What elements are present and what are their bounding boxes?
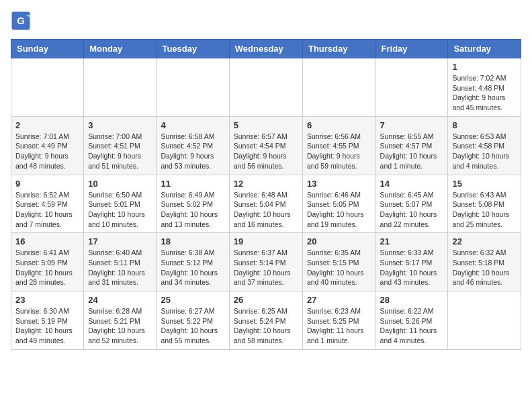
calendar-cell: 15Sunrise: 6:43 AM Sunset: 5:08 PM Dayli… <box>448 175 521 233</box>
day-number: 26 <box>234 295 298 305</box>
day-info: Sunrise: 6:35 AM Sunset: 5:15 PM Dayligh… <box>307 248 371 287</box>
day-number: 12 <box>234 179 298 189</box>
calendar-cell: 24Sunrise: 6:28 AM Sunset: 5:21 PM Dayli… <box>84 291 157 350</box>
calendar-cell: 19Sunrise: 6:37 AM Sunset: 5:14 PM Dayli… <box>229 233 302 291</box>
logo-icon: G <box>11 11 31 31</box>
day-info: Sunrise: 6:25 AM Sunset: 5:24 PM Dayligh… <box>234 306 298 346</box>
weekday-header: Sunday <box>11 40 84 58</box>
calendar-cell: 18Sunrise: 6:38 AM Sunset: 5:12 PM Dayli… <box>157 233 229 291</box>
day-number: 2 <box>15 120 79 130</box>
calendar-cell: 26Sunrise: 6:25 AM Sunset: 5:24 PM Dayli… <box>229 291 302 350</box>
calendar-cell <box>11 58 84 117</box>
day-info: Sunrise: 6:40 AM Sunset: 5:11 PM Dayligh… <box>88 248 152 287</box>
day-number: 24 <box>88 295 152 305</box>
day-number: 9 <box>15 179 79 189</box>
calendar-cell <box>229 58 302 117</box>
calendar-cell: 16Sunrise: 6:41 AM Sunset: 5:09 PM Dayli… <box>11 233 84 291</box>
calendar-cell: 6Sunrise: 6:56 AM Sunset: 4:55 PM Daylig… <box>302 116 375 175</box>
calendar-cell: 27Sunrise: 6:23 AM Sunset: 5:25 PM Dayli… <box>302 291 375 350</box>
day-number: 7 <box>380 120 444 130</box>
day-number: 6 <box>307 120 371 130</box>
calendar-cell <box>157 58 229 117</box>
weekday-header: Wednesday <box>229 40 302 58</box>
day-info: Sunrise: 6:53 AM Sunset: 4:58 PM Dayligh… <box>452 132 517 171</box>
calendar-cell <box>302 58 375 117</box>
calendar-cell: 12Sunrise: 6:48 AM Sunset: 5:04 PM Dayli… <box>229 175 302 233</box>
calendar-cell: 21Sunrise: 6:33 AM Sunset: 5:17 PM Dayli… <box>375 233 448 291</box>
calendar-table: SundayMondayTuesdayWednesdayThursdayFrid… <box>11 39 521 350</box>
day-info: Sunrise: 6:58 AM Sunset: 4:52 PM Dayligh… <box>161 132 224 171</box>
day-number: 27 <box>307 295 371 305</box>
day-info: Sunrise: 6:46 AM Sunset: 5:05 PM Dayligh… <box>307 190 371 230</box>
svg-text:G: G <box>17 15 25 26</box>
calendar-cell: 5Sunrise: 6:57 AM Sunset: 4:54 PM Daylig… <box>229 116 302 175</box>
calendar-week-row: 23Sunrise: 6:30 AM Sunset: 5:19 PM Dayli… <box>11 291 521 350</box>
weekday-header: Thursday <box>302 40 375 58</box>
day-info: Sunrise: 6:49 AM Sunset: 5:02 PM Dayligh… <box>161 190 224 230</box>
day-number: 28 <box>380 295 444 305</box>
calendar-cell: 1Sunrise: 7:02 AM Sunset: 4:48 PM Daylig… <box>448 58 521 117</box>
day-number: 5 <box>234 120 298 130</box>
day-info: Sunrise: 6:38 AM Sunset: 5:12 PM Dayligh… <box>161 248 224 287</box>
day-info: Sunrise: 6:22 AM Sunset: 5:26 PM Dayligh… <box>380 306 444 346</box>
day-info: Sunrise: 7:02 AM Sunset: 4:48 PM Dayligh… <box>452 73 517 113</box>
day-info: Sunrise: 6:28 AM Sunset: 5:21 PM Dayligh… <box>88 306 152 346</box>
calendar-week-row: 2Sunrise: 7:01 AM Sunset: 4:49 PM Daylig… <box>11 116 521 175</box>
day-number: 23 <box>15 295 79 305</box>
weekday-header: Saturday <box>448 40 521 58</box>
day-info: Sunrise: 6:45 AM Sunset: 5:07 PM Dayligh… <box>380 190 444 230</box>
day-number: 17 <box>88 236 152 246</box>
day-number: 14 <box>380 179 444 189</box>
calendar-cell: 11Sunrise: 6:49 AM Sunset: 5:02 PM Dayli… <box>157 175 229 233</box>
calendar-header-row: SundayMondayTuesdayWednesdayThursdayFrid… <box>11 40 521 58</box>
calendar-week-row: 16Sunrise: 6:41 AM Sunset: 5:09 PM Dayli… <box>11 233 521 291</box>
day-info: Sunrise: 6:55 AM Sunset: 4:57 PM Dayligh… <box>380 132 444 171</box>
day-number: 19 <box>234 236 298 246</box>
day-number: 21 <box>380 236 444 246</box>
calendar-cell: 14Sunrise: 6:45 AM Sunset: 5:07 PM Dayli… <box>375 175 448 233</box>
day-info: Sunrise: 6:50 AM Sunset: 5:01 PM Dayligh… <box>88 190 152 230</box>
day-info: Sunrise: 6:32 AM Sunset: 5:18 PM Dayligh… <box>452 248 517 287</box>
calendar-cell: 8Sunrise: 6:53 AM Sunset: 4:58 PM Daylig… <box>448 116 521 175</box>
day-info: Sunrise: 6:57 AM Sunset: 4:54 PM Dayligh… <box>234 132 298 171</box>
calendar-cell <box>84 58 157 117</box>
day-number: 20 <box>307 236 371 246</box>
day-info: Sunrise: 6:33 AM Sunset: 5:17 PM Dayligh… <box>380 248 444 287</box>
calendar-cell: 25Sunrise: 6:27 AM Sunset: 5:22 PM Dayli… <box>157 291 229 350</box>
day-info: Sunrise: 6:52 AM Sunset: 4:59 PM Dayligh… <box>15 190 79 230</box>
day-number: 16 <box>15 236 79 246</box>
day-info: Sunrise: 6:37 AM Sunset: 5:14 PM Dayligh… <box>234 248 298 287</box>
day-info: Sunrise: 6:30 AM Sunset: 5:19 PM Dayligh… <box>15 306 79 346</box>
day-info: Sunrise: 6:41 AM Sunset: 5:09 PM Dayligh… <box>15 248 79 287</box>
day-info: Sunrise: 6:43 AM Sunset: 5:08 PM Dayligh… <box>452 190 517 230</box>
day-info: Sunrise: 6:56 AM Sunset: 4:55 PM Dayligh… <box>307 132 371 171</box>
day-info: Sunrise: 6:27 AM Sunset: 5:22 PM Dayligh… <box>161 306 224 346</box>
day-info: Sunrise: 6:23 AM Sunset: 5:25 PM Dayligh… <box>307 306 371 346</box>
page-header: G <box>11 11 521 31</box>
day-info: Sunrise: 7:00 AM Sunset: 4:51 PM Dayligh… <box>88 132 152 171</box>
logo: G <box>11 11 34 31</box>
day-number: 10 <box>88 179 152 189</box>
calendar-cell <box>375 58 448 117</box>
day-number: 1 <box>452 62 517 72</box>
calendar-week-row: 1Sunrise: 7:02 AM Sunset: 4:48 PM Daylig… <box>11 58 521 117</box>
day-number: 4 <box>161 120 224 130</box>
calendar-cell: 28Sunrise: 6:22 AM Sunset: 5:26 PM Dayli… <box>375 291 448 350</box>
calendar-cell: 3Sunrise: 7:00 AM Sunset: 4:51 PM Daylig… <box>84 116 157 175</box>
day-number: 15 <box>452 179 517 189</box>
day-info: Sunrise: 7:01 AM Sunset: 4:49 PM Dayligh… <box>15 132 79 171</box>
calendar-cell: 4Sunrise: 6:58 AM Sunset: 4:52 PM Daylig… <box>157 116 229 175</box>
calendar-cell <box>448 291 521 350</box>
day-number: 18 <box>161 236 224 246</box>
calendar-week-row: 9Sunrise: 6:52 AM Sunset: 4:59 PM Daylig… <box>11 175 521 233</box>
day-info: Sunrise: 6:48 AM Sunset: 5:04 PM Dayligh… <box>234 190 298 230</box>
day-number: 22 <box>452 236 517 246</box>
calendar-cell: 20Sunrise: 6:35 AM Sunset: 5:15 PM Dayli… <box>302 233 375 291</box>
calendar-cell: 22Sunrise: 6:32 AM Sunset: 5:18 PM Dayli… <box>448 233 521 291</box>
day-number: 13 <box>307 179 371 189</box>
calendar-cell: 17Sunrise: 6:40 AM Sunset: 5:11 PM Dayli… <box>84 233 157 291</box>
day-number: 3 <box>88 120 152 130</box>
day-number: 11 <box>161 179 224 189</box>
weekday-header: Monday <box>84 40 157 58</box>
day-number: 25 <box>161 295 224 305</box>
